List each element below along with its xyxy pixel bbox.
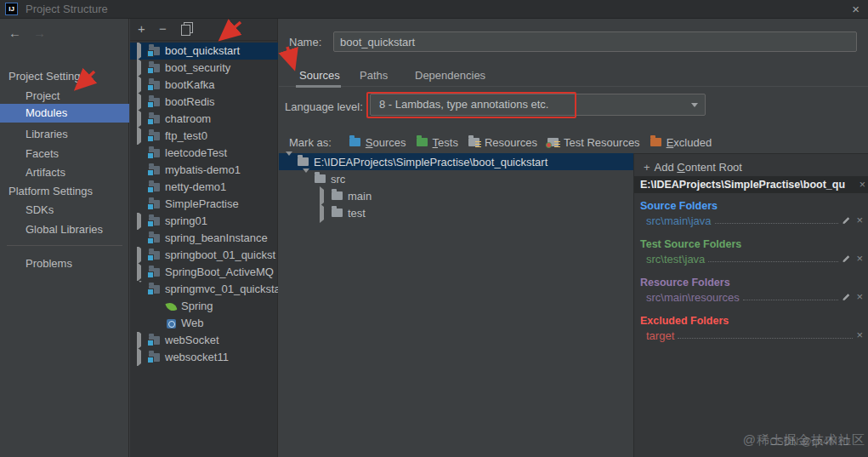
module-row[interactable]: chatroom [130, 111, 278, 128]
module-row[interactable]: springboot_01_quickst [130, 247, 278, 264]
tree-row-test[interactable]: test [279, 204, 633, 221]
module-row[interactable]: mybatis-demo1 [130, 162, 278, 179]
test-resources-folder-icon [547, 138, 559, 146]
sidebar-item-facets[interactable]: Facets [0, 146, 129, 163]
tree-row-src[interactable]: src [279, 170, 633, 187]
window-title: Project Structure [26, 3, 108, 15]
module-folder-icon [149, 98, 160, 106]
module-folder-icon [149, 285, 160, 294]
sidebar-item-artifacts[interactable]: Artifacts [0, 164, 129, 181]
name-label: Name: [289, 36, 321, 49]
add-content-root-button[interactable]: +Add Content Root [644, 159, 742, 176]
tab-paths[interactable]: Paths [360, 69, 388, 82]
mark-as-test-resources[interactable]: Test Resources [544, 136, 640, 149]
plus-icon: + [644, 161, 650, 174]
edit-pencil-icon[interactable] [842, 254, 850, 262]
module-row[interactable]: webSocket [130, 332, 278, 349]
close-icon[interactable]: × [852, 2, 859, 16]
dropdown-arrow-icon[interactable] [691, 103, 698, 107]
remove-folder-icon[interactable]: × [856, 214, 863, 226]
module-name-input[interactable] [333, 31, 857, 52]
add-module-button[interactable]: + [138, 21, 145, 37]
module-row[interactable]: leetcodeTest [130, 145, 278, 162]
sidebar-item-project[interactable]: Project [0, 88, 129, 105]
remove-content-root-icon[interactable]: × [859, 176, 865, 193]
chevron-down-icon[interactable] [286, 151, 292, 169]
content-root-path-header[interactable]: E:\IDEAProjects\SimplePractise\boot_qu × [634, 176, 868, 193]
facet-row-spring[interactable]: Spring [130, 298, 278, 315]
module-row-boot-quickstart[interactable]: boot_quickstart [130, 43, 278, 60]
folder-entry[interactable]: src\test\java× [646, 252, 863, 266]
group-title-test-source-folders: Test Source Folders [640, 237, 741, 251]
chevron-right-icon[interactable] [137, 60, 141, 77]
sidebar-divider [7, 245, 122, 246]
module-row[interactable]: bootRedis [130, 94, 278, 111]
language-level-dropdown[interactable]: 8 - Lambdas, type annotations etc. [370, 94, 706, 116]
sidebar-item-libraries[interactable]: Libraries [0, 126, 129, 143]
tab-sources[interactable]: Sources [299, 69, 340, 82]
chevron-right-icon[interactable] [137, 128, 141, 145]
folder-entry[interactable]: src\main\resources× [646, 290, 863, 304]
remove-folder-icon[interactable]: × [856, 253, 863, 265]
tests-folder-icon [417, 138, 428, 146]
chevron-right-icon[interactable] [137, 94, 141, 111]
spring-leaf-icon [165, 300, 177, 312]
module-folder-icon [149, 64, 160, 72]
chevron-right-icon[interactable] [137, 332, 141, 349]
module-folder-icon [149, 183, 160, 191]
back-arrow-icon[interactable]: ← [9, 26, 21, 40]
module-row[interactable]: SimplePractise [130, 196, 278, 213]
sidebar-item-problems[interactable]: Problems [0, 255, 129, 272]
chevron-right-icon[interactable] [137, 247, 141, 264]
section-header-project-settings: Project Settings [0, 68, 129, 85]
copy-module-icon[interactable] [181, 25, 189, 34]
chevron-right-icon[interactable] [137, 264, 141, 281]
chevron-right-icon[interactable] [320, 203, 324, 223]
remove-folder-icon[interactable]: × [856, 329, 863, 341]
edit-pencil-icon[interactable] [842, 293, 850, 300]
remove-folder-icon[interactable]: × [856, 291, 863, 303]
folder-icon [332, 191, 343, 200]
resources-folder-icon [468, 138, 479, 146]
sidebar-item-modules[interactable]: Modules [0, 104, 129, 123]
remove-module-button[interactable]: − [159, 21, 167, 37]
tree-row-content-root[interactable]: E:\IDEAProjects\SimplePractise\boot_quic… [279, 153, 633, 170]
project-structure-dialog: IJ Project Structure × ←→ Project Settin… [0, 0, 868, 457]
module-row[interactable]: spring01 [130, 213, 278, 230]
chevron-down-icon[interactable] [137, 281, 144, 295]
facet-row-web[interactable]: Web [130, 315, 278, 332]
title-bar: IJ Project Structure × [0, 0, 868, 19]
sidebar-item-sdks[interactable]: SDKs [0, 202, 129, 219]
module-row[interactable]: ftp_test0 [130, 128, 278, 145]
forward-arrow-icon: → [33, 26, 46, 40]
mark-as-excluded[interactable]: Excluded [647, 136, 712, 149]
module-row[interactable]: bootKafka [130, 77, 278, 94]
module-row[interactable]: boot_security [130, 60, 278, 77]
folder-entry[interactable]: src\main\java× [646, 214, 863, 227]
module-folder-icon [149, 149, 160, 157]
tab-dependencies[interactable]: Dependencies [415, 69, 485, 82]
chevron-right-icon[interactable] [137, 111, 141, 128]
module-folder-icon [149, 217, 160, 226]
module-row[interactable]: spring_beanInstance [130, 230, 278, 247]
chevron-right-icon[interactable] [137, 349, 141, 366]
group-title-source-folders: Source Folders [640, 199, 718, 213]
folder-entry[interactable]: target× [646, 328, 863, 342]
editor-tabs: Sources Paths Dependencies [279, 67, 868, 87]
mark-as-sources[interactable]: Sources [346, 136, 406, 149]
chevron-right-icon[interactable] [137, 43, 141, 60]
module-row-expanded[interactable]: springmvc_01_quicksta [130, 281, 278, 298]
chevron-right-icon[interactable] [137, 213, 141, 230]
chevron-down-icon[interactable] [303, 169, 309, 186]
chevron-right-icon[interactable] [137, 77, 141, 94]
sidebar-item-global-libraries[interactable]: Global Libraries [0, 221, 129, 238]
module-row[interactable]: netty-demo1 [130, 179, 278, 196]
mark-as-tests[interactable]: Tests [413, 136, 458, 149]
module-row[interactable]: websocket11 [130, 349, 278, 366]
mark-as-resources[interactable]: Resources [465, 136, 537, 149]
folder-icon [332, 209, 343, 217]
module-row[interactable]: SpringBoot_ActiveMQ [130, 264, 278, 281]
folder-icon [315, 174, 326, 183]
edit-pencil-icon[interactable] [842, 216, 850, 224]
tree-row-main[interactable]: main [279, 187, 633, 204]
